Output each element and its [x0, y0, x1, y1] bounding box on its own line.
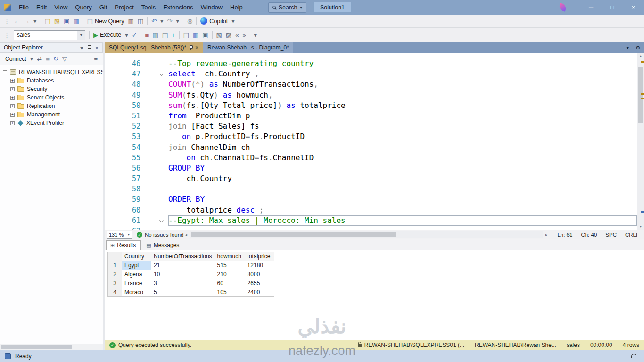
zoom-combo[interactable]: 131 % ▾: [107, 231, 132, 239]
code-text[interactable]: GROUP BY: [168, 163, 637, 173]
database-combo[interactable]: sales▾: [14, 30, 85, 40]
new-notebook-icon[interactable]: ▥: [126, 16, 136, 26]
code-text[interactable]: on p.ProductID=fs.ProductID: [168, 132, 637, 142]
menu-help[interactable]: Help: [226, 0, 247, 15]
health-check-icon[interactable]: [137, 232, 142, 238]
pin-icon[interactable]: [189, 45, 192, 50]
estimated-plan-icon[interactable]: ▦: [150, 30, 160, 40]
undo-icon[interactable]: ↶: [149, 16, 158, 26]
grid-cell[interactable]: Algeria: [122, 270, 151, 279]
menu-tools[interactable]: Tools: [138, 0, 159, 15]
close-icon[interactable]: ×: [195, 44, 198, 51]
comment-icon[interactable]: ▧: [215, 30, 224, 40]
chevron-down-icon[interactable]: [159, 218, 163, 222]
tree-node-management[interactable]: +Management: [0, 110, 103, 119]
collapse-expander[interactable]: −: [3, 70, 7, 74]
grid-cell[interactable]: 210: [215, 270, 245, 279]
nav-back-icon[interactable]: ←: [12, 16, 22, 26]
row-header[interactable]: 4: [108, 288, 122, 297]
grid-cell[interactable]: 8000: [245, 270, 274, 279]
column-header-totalprice[interactable]: totalprice: [245, 252, 274, 261]
expand-expander[interactable]: +: [10, 104, 15, 108]
column-header-numberoftransactions[interactable]: NumberOfTransactions: [151, 252, 215, 261]
window-dropdown-icon[interactable]: ▾: [80, 44, 84, 51]
code-text[interactable]: join ChannelDim ch: [168, 142, 637, 153]
tree-node-server[interactable]: −REWAN-SHEHAB\SQLEXPRESS0: [0, 68, 103, 76]
menu-project[interactable]: Project: [111, 0, 137, 15]
results-file-icon[interactable]: ▣: [200, 30, 210, 40]
notifications-bell-icon[interactable]: [631, 354, 636, 358]
code-text[interactable]: from ProductDim p: [168, 111, 637, 121]
menu-git[interactable]: Git: [96, 0, 111, 15]
chevron-down-icon[interactable]: ▾: [300, 5, 302, 10]
grid-cell[interactable]: Egypt: [122, 261, 151, 270]
grid-cell[interactable]: 60: [215, 279, 245, 288]
code-text[interactable]: sum(fs.[Qty Total price]) as totalprice: [168, 100, 637, 111]
connect-button[interactable]: Connect: [3, 54, 28, 64]
chevron-down-icon[interactable]: ▾: [77, 31, 85, 40]
save-icon[interactable]: ▣: [62, 16, 71, 26]
database-name[interactable]: sales: [567, 342, 580, 348]
copilot-button[interactable]: Copilot: [198, 16, 230, 26]
uncomment-icon[interactable]: ▨: [224, 30, 233, 40]
copilot-dropdown-icon[interactable]: ▾: [230, 16, 237, 26]
chevron-down-icon[interactable]: [159, 72, 163, 76]
grid-corner-cell[interactable]: [108, 252, 122, 261]
cancel-query-icon[interactable]: ■: [143, 30, 151, 40]
grid-cell[interactable]: 515: [215, 261, 245, 270]
menu-file[interactable]: File: [15, 0, 33, 15]
indent-icon[interactable]: »: [240, 30, 248, 40]
toolbar-drag-handle[interactable]: ⋮: [2, 16, 12, 26]
scrollbar-thumb[interactable]: [1, 345, 72, 349]
tab-results[interactable]: ⊞ Results: [106, 240, 141, 250]
grid-cell[interactable]: 105: [215, 288, 245, 297]
new-file-icon[interactable]: ▤: [43, 16, 52, 26]
nav-forward-icon[interactable]: →: [22, 16, 32, 26]
close-button[interactable]: ×: [623, 0, 644, 15]
tab-options-icon[interactable]: ⚙: [634, 42, 642, 53]
tab-messages[interactable]: ▤ Messages: [142, 240, 184, 250]
expand-expander[interactable]: +: [10, 79, 15, 83]
new-query-button[interactable]: ▤New Query: [85, 16, 126, 26]
results-grid-icon[interactable]: ▦: [191, 30, 200, 40]
grid-cell[interactable]: 2655: [245, 279, 274, 288]
row-header[interactable]: 3: [108, 279, 122, 288]
maximize-button[interactable]: □: [602, 0, 623, 15]
tree-node-server-objects[interactable]: +Server Objects: [0, 93, 103, 102]
menu-extensions[interactable]: Extensions: [159, 0, 197, 15]
feedback-icon[interactable]: [558, 3, 567, 11]
code-window-icon[interactable]: ◫: [136, 16, 145, 26]
row-header[interactable]: 1: [108, 261, 122, 270]
pin-icon[interactable]: [87, 44, 91, 51]
code-text[interactable]: SUM(fs.Qty) as howmuch,: [168, 90, 637, 100]
row-header[interactable]: 2: [108, 270, 122, 279]
tree-node-security[interactable]: +Security: [0, 85, 103, 93]
close-icon[interactable]: ×: [94, 44, 99, 51]
tree-node-replication[interactable]: +Replication: [0, 102, 103, 110]
search-box[interactable]: Search ▾: [268, 2, 306, 13]
server-name[interactable]: REWAN-SHEHAB\SQLEXPRESS01 (...: [364, 342, 464, 348]
grid-cell[interactable]: 5: [151, 288, 215, 297]
undo-dropdown-icon[interactable]: ▾: [158, 16, 165, 26]
grid-cell[interactable]: 12180: [245, 261, 274, 270]
code-text[interactable]: --Top revenue-generating country: [168, 58, 637, 69]
menu-query[interactable]: Query: [71, 0, 95, 15]
save-all-icon[interactable]: ▦: [71, 16, 81, 26]
open-file-icon[interactable]: ▧: [52, 16, 62, 26]
filter-icon[interactable]: ▽: [60, 54, 69, 64]
expand-expander[interactable]: +: [10, 121, 15, 125]
document-tab-1[interactable]: SQLQuery1.sq...Shehab (53))*×: [105, 42, 203, 53]
column-header-howmuch[interactable]: howmuch: [215, 252, 245, 261]
scroll-down-icon[interactable]: ▾: [637, 224, 644, 229]
code-text[interactable]: join [Fact Sales] fs: [168, 121, 637, 132]
code-text[interactable]: ch.Country: [168, 173, 637, 184]
scroll-left-icon[interactable]: ◂: [183, 232, 189, 237]
solution-badge[interactable]: Solution1: [313, 2, 352, 13]
tree-node-xevent-profiler[interactable]: +XEvent Profiler: [0, 119, 103, 127]
grid-cell[interactable]: Moraco: [122, 288, 151, 297]
redo-icon[interactable]: ↷: [165, 16, 174, 26]
code-text[interactable]: totalprice desc ;: [168, 205, 637, 215]
object-explorer-hscrollbar[interactable]: [0, 344, 103, 350]
refresh-icon[interactable]: ↻: [51, 54, 60, 64]
nav-history-dropdown-icon[interactable]: ▾: [32, 16, 39, 26]
